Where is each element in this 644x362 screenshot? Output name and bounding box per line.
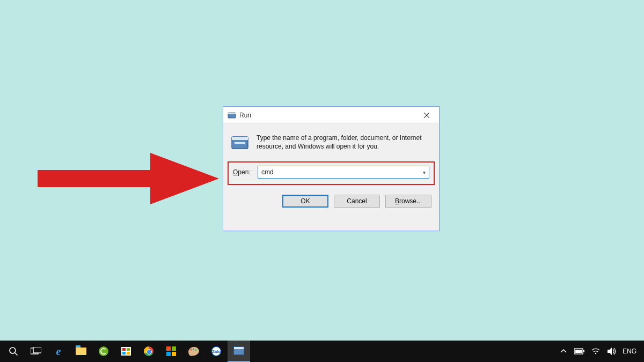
svg-point-15 <box>595 353 597 354</box>
browse-button[interactable]: Browse... <box>385 195 431 208</box>
annotation-arrow <box>38 146 220 211</box>
taskbar-run[interactable] <box>228 341 250 362</box>
open-label: Open: <box>233 168 258 176</box>
taskbar-coccoc[interactable] <box>92 341 115 362</box>
taskbar-office[interactable] <box>160 341 182 362</box>
run-large-icon <box>231 134 249 152</box>
taskbar-store[interactable] <box>115 341 137 362</box>
run-dialog: Run Type the name of a program, folder, … <box>223 106 440 231</box>
taskbar-paint[interactable] <box>182 341 205 362</box>
taskbar-zalo[interactable]: Zalo <box>205 341 228 362</box>
run-taskbar-icon <box>233 345 245 357</box>
taskbar: e Zalo ENG <box>0 341 644 362</box>
dialog-description: Type the name of a program, folder, docu… <box>257 134 431 152</box>
language-indicator[interactable]: ENG <box>623 348 636 355</box>
search-icon <box>9 346 18 356</box>
coccoc-icon <box>98 345 109 357</box>
volume-icon[interactable] <box>606 348 617 355</box>
paint-icon <box>188 345 200 357</box>
store-icon <box>120 345 132 357</box>
zalo-icon: Zalo <box>210 345 222 357</box>
taskbar-chrome[interactable] <box>137 341 160 362</box>
svg-point-8 <box>10 348 16 353</box>
battery-icon[interactable] <box>574 348 585 354</box>
office-grid-icon <box>165 345 177 357</box>
svg-rect-6 <box>232 137 248 140</box>
open-input[interactable] <box>258 168 419 176</box>
taskbar-edge[interactable]: e <box>47 341 70 362</box>
svg-rect-13 <box>583 350 584 352</box>
open-row-highlight: Open: ▾ <box>228 161 435 185</box>
chevron-up-icon <box>560 348 567 354</box>
svg-rect-7 <box>235 142 245 144</box>
svg-marker-16 <box>608 348 612 355</box>
svg-line-9 <box>15 353 18 356</box>
svg-rect-14 <box>575 350 582 353</box>
folder-icon <box>75 345 87 357</box>
edge-icon: e <box>53 345 64 357</box>
svg-rect-11 <box>33 347 41 353</box>
titlebar[interactable]: Run <box>223 107 439 124</box>
wifi-icon[interactable] <box>590 348 601 354</box>
dialog-buttons: OK Cancel Browse... <box>223 185 439 208</box>
chrome-icon <box>143 345 155 357</box>
chevron-down-icon[interactable]: ▾ <box>419 169 429 175</box>
cancel-button[interactable]: Cancel <box>334 195 380 208</box>
run-icon <box>228 111 236 120</box>
open-combobox[interactable]: ▾ <box>258 166 429 179</box>
dialog-title: Run <box>239 112 251 119</box>
svg-rect-2 <box>228 113 236 114</box>
taskbar-file-explorer[interactable] <box>70 341 92 362</box>
dialog-content: Type the name of a program, folder, docu… <box>223 124 439 152</box>
task-view-icon <box>31 347 41 356</box>
tray-overflow-button[interactable] <box>558 348 569 354</box>
svg-marker-0 <box>38 153 219 204</box>
search-button[interactable] <box>2 341 25 362</box>
task-view-button[interactable] <box>25 341 47 362</box>
close-button[interactable] <box>414 107 439 124</box>
taskbar-tray: ENG <box>558 348 642 355</box>
close-icon <box>424 113 429 118</box>
ok-button[interactable]: OK <box>282 195 328 208</box>
